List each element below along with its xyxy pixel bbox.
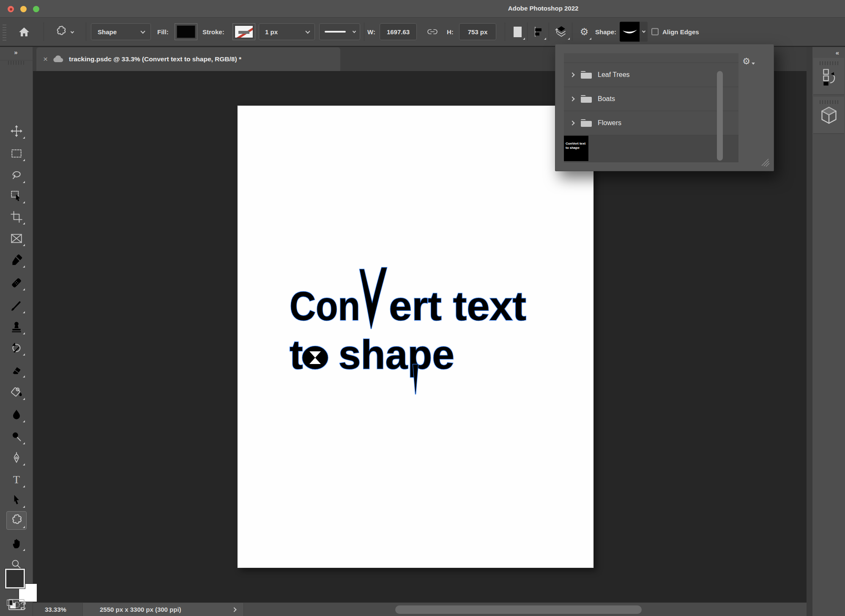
fill-label: Fill: [157, 28, 169, 36]
shape-picker-settings-button[interactable]: ⚙ [742, 57, 755, 66]
divider [86, 22, 86, 41]
flyout-triangle [23, 137, 25, 139]
dock-collapse-button[interactable]: « [836, 49, 840, 56]
path-alignment-button[interactable] [530, 22, 547, 41]
selected-shape-thumbnail[interactable]: ConVert text to shape [564, 136, 588, 161]
brush-tool[interactable] [7, 297, 26, 315]
history-brush-tool[interactable] [7, 339, 26, 357]
vertical-scrollbar-gutter[interactable] [807, 47, 812, 616]
shape-preview-swatch [620, 22, 640, 42]
panel-grip [820, 61, 838, 65]
paint-bucket-tool[interactable] [7, 383, 26, 401]
quick-mask-button[interactable] [8, 599, 25, 610]
stroke-width-combo[interactable]: 1 px [259, 23, 315, 40]
3d-panel-button[interactable] [813, 97, 844, 134]
home-icon [18, 26, 30, 38]
eraser-tool[interactable] [7, 361, 26, 379]
shape-folder-row[interactable]: Boats [564, 87, 738, 111]
foreground-color-swatch[interactable] [5, 569, 25, 589]
path-selection-tool[interactable] [7, 491, 26, 509]
frame-tool[interactable] [7, 230, 26, 247]
path-arrangement-icon [555, 25, 568, 38]
toolbar-expand-button[interactable]: » [0, 49, 33, 60]
eyedropper-tool[interactable] [7, 251, 26, 269]
flyout-triangle [23, 420, 25, 422]
crop-tool[interactable] [7, 208, 26, 226]
resize-grip-icon[interactable] [760, 157, 770, 167]
titlebar: Adobe Photoshop 2022 [0, 0, 845, 18]
tool-mode-select[interactable]: Shape [91, 23, 151, 40]
horizontal-scrollbar[interactable] [395, 605, 642, 614]
zoom-level[interactable]: 33.33% [45, 606, 66, 613]
close-window-button[interactable] [8, 6, 14, 12]
document-dimensions: 2550 px x 3300 px (300 ppi) [100, 606, 181, 613]
document-page[interactable]: Con ert text to shape [238, 106, 593, 568]
stroke-style-combo[interactable] [319, 23, 360, 40]
tab-close-button[interactable]: × [43, 55, 48, 64]
status-bar: 33.33% 2550 px x 3300 px (300 ppi) [33, 602, 807, 616]
stroke-swatch[interactable] [232, 23, 255, 40]
3d-cube-panel-icon [820, 106, 838, 125]
convert-text-shape-layer[interactable]: Con ert text to shape [238, 106, 593, 568]
window-title: Adobe Photoshop 2022 [508, 5, 579, 12]
clone-stamp-tool[interactable] [7, 318, 26, 336]
divider [44, 22, 44, 41]
fill-swatch[interactable] [175, 23, 197, 40]
zoom-window-button[interactable] [33, 6, 39, 12]
shape-list-scrollbar[interactable] [717, 71, 723, 161]
p-descender-spike[interactable] [413, 364, 418, 394]
curved-shape-thumbnail [621, 22, 639, 41]
flyout-triangle [523, 38, 525, 40]
custom-v-glyph[interactable] [360, 268, 387, 329]
flyout-triangle [23, 398, 25, 400]
shape-folder-row[interactable]: Flowers [564, 111, 738, 135]
options-bar-grip[interactable] [3, 23, 6, 41]
flyout-triangle [23, 311, 25, 313]
custom-shape-tool[interactable] [7, 512, 26, 529]
dodge-tool[interactable] [7, 428, 26, 446]
shape-tool-preset-button[interactable] [47, 22, 80, 41]
folder-icon [580, 118, 592, 128]
blur-tool[interactable] [7, 406, 26, 424]
flyout-triangle [544, 38, 546, 40]
version-history-panel-button[interactable] [813, 58, 844, 95]
rectangular-marquee-tool[interactable] [7, 145, 26, 162]
shape-picker-popup: Leaf Trees Boats Flowers ConVert text to… [555, 44, 774, 171]
folder-icon [580, 94, 592, 104]
flyout-triangle [23, 332, 25, 334]
path-arrangement-button[interactable] [552, 22, 571, 41]
flyout-triangle [23, 526, 25, 528]
object-selection-tool[interactable] [7, 187, 26, 205]
height-label: H: [447, 28, 454, 36]
width-input[interactable]: 1697.63 [380, 23, 417, 40]
toolbar-grip[interactable] [8, 61, 25, 65]
minimize-window-button[interactable] [20, 6, 27, 12]
document-info[interactable]: 2550 px x 3300 px (300 ppi) [82, 603, 244, 616]
height-input[interactable]: 753 px [459, 23, 496, 40]
home-button[interactable] [15, 22, 33, 41]
shape-folder-row[interactable]: Leaf Trees [564, 63, 738, 87]
gear-icon: ⚙ [742, 57, 750, 66]
chevron-right-icon[interactable] [232, 607, 236, 612]
canvas-text-line1-pre[interactable]: Con [290, 283, 360, 329]
shape-list-spacer [564, 53, 738, 63]
stroke-width-value: 1 px [265, 28, 278, 36]
flyout-triangle [23, 375, 25, 378]
quick-mask-icon [14, 602, 20, 608]
canvas-text-line1-post[interactable]: ert text [389, 283, 526, 329]
flyout-triangle [23, 463, 25, 465]
lasso-tool[interactable] [7, 167, 26, 184]
shape-settings-button[interactable]: ⚙ [576, 22, 593, 41]
cloud-document-icon [53, 55, 64, 63]
pen-tool[interactable] [7, 449, 26, 467]
photoshop-window: Adobe Photoshop 2022 Shape Fill: Stroke: [0, 0, 845, 616]
path-operations-button[interactable] [509, 22, 526, 41]
move-tool[interactable] [7, 122, 26, 140]
shape-preview-dropdown[interactable] [620, 22, 648, 42]
link-dimensions-icon[interactable] [426, 25, 439, 38]
spot-healing-brush-tool[interactable] [7, 274, 26, 292]
hand-tool[interactable] [7, 534, 26, 552]
align-edges-checkbox[interactable] [651, 28, 659, 36]
document-tab[interactable]: × tracking.psdc @ 33.3% (Convert text to… [36, 47, 340, 71]
type-tool[interactable]: T [7, 471, 26, 489]
